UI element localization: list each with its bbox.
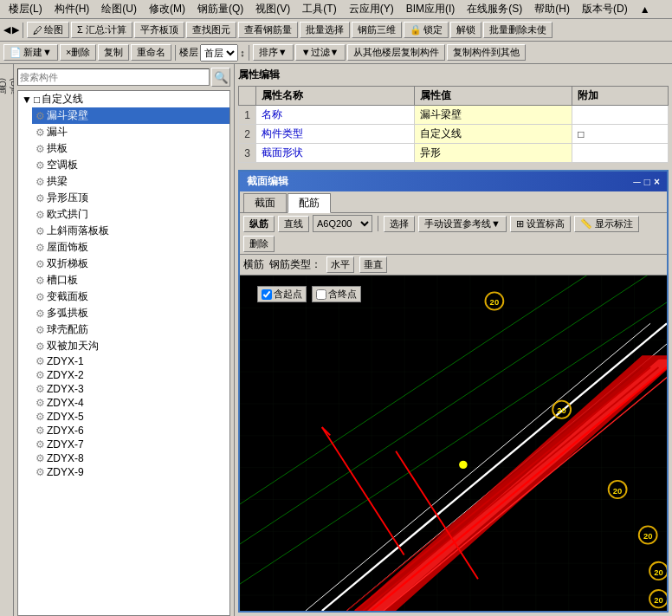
item-label-4: 拱梁 <box>47 174 68 189</box>
tree-item-6[interactable]: ⚙ 欧式拱门 <box>32 206 229 223</box>
window-controls: ─ □ × <box>633 176 660 188</box>
tree-item-22[interactable]: ⚙ ZDYX-8 <box>32 451 229 465</box>
draw-button[interactable]: 🖊 绘图 <box>27 22 69 38</box>
delete-btn[interactable]: 删除 <box>243 236 275 252</box>
set-ref-line-btn[interactable]: 手动设置参考线▼ <box>418 216 507 232</box>
menu-item-rebar-qty[interactable]: 钢筋量(Q) <box>192 0 249 18</box>
tree-item-3[interactable]: ⚙ 空调板 <box>32 157 229 173</box>
batch-delete-button[interactable]: 批量删除未使 <box>483 22 552 38</box>
calc-button[interactable]: Σ 汇总:计算 <box>71 22 132 38</box>
tree-item-21[interactable]: ⚙ ZDYX-7 <box>32 438 229 451</box>
nav-back[interactable]: ◀ <box>3 24 10 36</box>
copy-from-floor-button[interactable]: 从其他楼层复制构件 <box>347 44 445 61</box>
minimize-icon[interactable]: ─ <box>633 176 641 188</box>
end-checkbox[interactable] <box>316 289 326 300</box>
search-button[interactable]: 🔍 <box>211 68 230 87</box>
menu-item-layers[interactable]: 楼层(L) <box>3 0 48 18</box>
filter-button[interactable]: ▼过滤▼ <box>295 44 346 61</box>
tree-item-16[interactable]: ⚙ ZDYX-2 <box>32 368 229 382</box>
rename-button[interactable]: 重命名 <box>131 44 171 61</box>
menu-item-arrow[interactable]: ▲ <box>635 2 656 17</box>
align-button[interactable]: 平齐板顶 <box>134 22 184 38</box>
nav-forward[interactable]: ▶ <box>12 24 19 36</box>
tree-item-18[interactable]: ⚙ ZDYX-4 <box>32 396 229 410</box>
prop-val-2[interactable]: 异形 <box>414 144 572 163</box>
section-title-bar: 截面编辑 ─ □ × <box>240 172 667 191</box>
floor-select[interactable]: 首层 <box>200 44 238 62</box>
tab-reinf[interactable]: 配筋 <box>288 193 331 213</box>
batch-select-button[interactable]: 批量选择 <box>300 22 350 38</box>
item-label-9: 双折梯板 <box>47 256 88 271</box>
tree-item-10[interactable]: ⚙ 槽口板 <box>32 272 229 289</box>
sort-button[interactable]: 排序▼ <box>253 44 294 61</box>
start-checkbox[interactable] <box>262 289 272 300</box>
start-point-cb[interactable]: 含起点 <box>257 286 307 302</box>
item-label-1: 漏斗 <box>47 125 68 139</box>
menu-item-cloud[interactable]: 云应用(Y) <box>344 0 399 18</box>
prop-val-0[interactable]: 漏斗梁壁 <box>414 106 572 125</box>
tree-item-15[interactable]: ⚙ ZDYX-1 <box>32 354 229 368</box>
tree-item-2[interactable]: ⚙ 拱板 <box>32 140 229 157</box>
prop-num-0: 1 <box>239 106 256 125</box>
copy-to-floor-button[interactable]: 复制构件到其他 <box>447 44 526 61</box>
section-editor: 截面编辑 ─ □ × 截面 配筋 纵筋 直线 A6Q200 A8Q200 <box>238 170 669 613</box>
tree-item-9[interactable]: ⚙ 双折梯板 <box>32 256 229 272</box>
menu-item-tools[interactable]: 工具(T) <box>297 0 341 18</box>
tree-item-11[interactable]: ⚙ 变截面板 <box>32 289 229 305</box>
tree-item-23[interactable]: ⚙ ZDYX-9 <box>32 465 229 479</box>
menu-item-modify[interactable]: 修改(M) <box>144 0 191 18</box>
close-icon[interactable]: × <box>654 176 660 188</box>
horizontal-btn[interactable]: 水平 <box>326 256 354 273</box>
tree-item-0[interactable]: ⚙ 漏斗梁壁 <box>32 107 229 124</box>
unlock-button[interactable]: 解锁 <box>450 22 481 38</box>
item-icon-10: ⚙ <box>36 275 45 287</box>
tree-item-20[interactable]: ⚙ ZDYX-6 <box>32 424 229 438</box>
delete-button[interactable]: ×删除 <box>60 44 96 61</box>
tree-root[interactable]: ▼ □ 自定义线 <box>18 91 229 107</box>
menu-item-components[interactable]: 构件(H) <box>49 0 95 18</box>
show-annotation-btn[interactable]: 📏 显示标注 <box>574 216 639 232</box>
horizontal-rebar-label: 横筋 <box>243 257 264 272</box>
select-btn[interactable]: 选择 <box>384 216 415 232</box>
tree-item-14[interactable]: ⚙ 双被加天沟 <box>32 338 229 354</box>
spec-select[interactable]: A6Q200 A8Q200 A10Q200 <box>313 215 372 232</box>
set-elevation-btn[interactable]: ⊞ 设置标高 <box>510 216 571 232</box>
menu-item-online[interactable]: 在线服务(S) <box>462 0 527 18</box>
canvas-area[interactable]: 含起点 含终点 <box>240 276 667 611</box>
menu-item-version[interactable]: 版本号(D) <box>577 0 633 18</box>
svg-point-18 <box>459 461 467 469</box>
tree-item-13[interactable]: ⚙ 球壳配筋 <box>32 321 229 338</box>
tree-item-1[interactable]: ⚙ 漏斗 <box>32 124 229 140</box>
tree-item-12[interactable]: ⚙ 多弧拱板 <box>32 305 229 321</box>
line-type-btn[interactable]: 直线 <box>278 216 309 232</box>
tree-item-17[interactable]: ⚙ ZDYX-3 <box>32 382 229 396</box>
maximize-icon[interactable]: □ <box>644 176 650 188</box>
tree-container[interactable]: ▼ □ 自定义线 ⚙ 漏斗梁壁 ⚙ 漏斗 ⚙ 拱板 ⚙ <box>17 90 230 616</box>
lock-button[interactable]: 🔒 锁定 <box>404 22 449 38</box>
tree-item-5[interactable]: ⚙ 异形压顶 <box>32 190 229 206</box>
menu-item-view[interactable]: 视图(V) <box>250 0 295 18</box>
menu-item-draw[interactable]: 绘图(U) <box>96 0 142 18</box>
tree-item-8[interactable]: ⚙ 屋面饰板 <box>32 239 229 256</box>
item-icon-18: ⚙ <box>36 397 45 409</box>
tree-item-4[interactable]: ⚙ 拱梁 <box>32 173 229 190</box>
tree-item-19[interactable]: ⚙ ZDYX-5 <box>32 410 229 424</box>
view-rebar-button[interactable]: 查看钢筋量 <box>238 22 298 38</box>
svg-text:20: 20 <box>643 532 653 541</box>
rebar-type-vertical[interactable]: 纵筋 <box>243 216 275 232</box>
copy-button[interactable]: 复制 <box>98 44 129 61</box>
prop-val-1[interactable]: 自定义线 <box>414 125 572 144</box>
find-button[interactable]: 查找图元 <box>186 22 236 38</box>
tree-item-7[interactable]: ⚙ 上斜雨落板板 <box>32 223 229 239</box>
end-point-cb[interactable]: 含终点 <box>312 286 361 302</box>
tab-section[interactable]: 截面 <box>243 193 287 212</box>
start-label: 含起点 <box>274 288 302 301</box>
vertical-btn[interactable]: 垂直 <box>359 256 387 273</box>
new-button[interactable]: 📄 新建▼ <box>3 44 58 61</box>
search-input[interactable] <box>17 68 210 86</box>
root-checkbox[interactable]: □ <box>34 94 40 106</box>
rebar-3d-button[interactable]: 钢筋三维 <box>352 22 402 38</box>
search-box: 🔍 <box>14 64 234 90</box>
menu-item-bim[interactable]: BIM应用(I) <box>401 0 461 18</box>
menu-item-help[interactable]: 帮助(H) <box>529 0 575 18</box>
